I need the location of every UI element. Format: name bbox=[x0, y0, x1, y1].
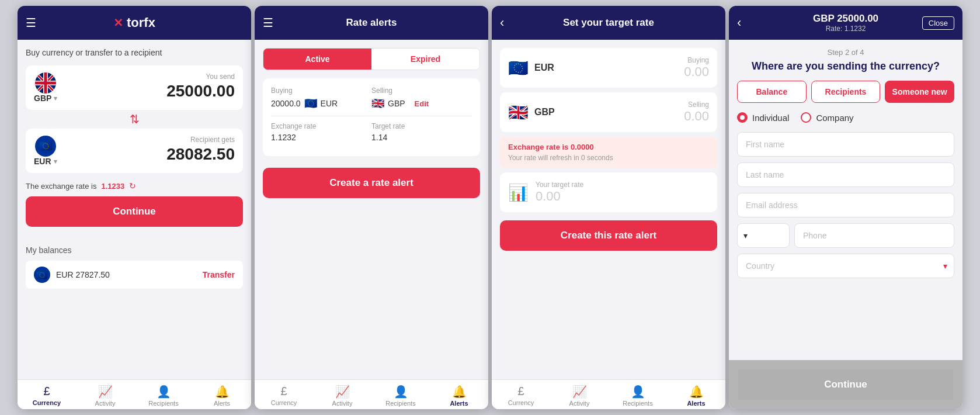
error-box: Exchange rate is 0.0000 Your rate will r… bbox=[500, 137, 717, 168]
menu-icon[interactable]: ☰ bbox=[26, 16, 36, 30]
gbp-code[interactable]: GBP ▾ bbox=[34, 94, 57, 103]
buying-val: 20000.0 🇪🇺 EUR bbox=[271, 97, 371, 110]
selling-cs-label: Selling bbox=[684, 101, 709, 109]
chart-icon: 📊 bbox=[508, 183, 529, 202]
back-button-3[interactable]: ‹ bbox=[500, 15, 504, 30]
screen3-content: 🇪🇺 EUR Buying 0.00 🇬🇧 GBP Selling 0.00 bbox=[492, 40, 725, 379]
nav-activity-2[interactable]: 📈 Activity bbox=[313, 385, 371, 407]
tab-balance[interactable]: Balance bbox=[737, 81, 807, 103]
recipients-icon-2: 👤 bbox=[394, 385, 408, 399]
close-button[interactable]: Close bbox=[922, 16, 954, 30]
radio-individual[interactable]: Individual bbox=[737, 112, 789, 123]
eur-flag: 🇪🇺 bbox=[35, 136, 56, 157]
create-alert-wrapper: Create a rate alert bbox=[255, 156, 488, 220]
currency-icon-1: £ bbox=[43, 385, 50, 398]
nav-currency-3[interactable]: £ Currency bbox=[492, 385, 550, 407]
continue-button[interactable]: Continue bbox=[26, 196, 243, 227]
alert-row-2: Exchange rate 1.1232 Target rate 1.14 bbox=[271, 122, 472, 142]
rate-value: 1.1233 bbox=[101, 182, 124, 191]
header-3: ‹ Set your target rate bbox=[492, 6, 725, 40]
last-name-input[interactable] bbox=[737, 162, 954, 187]
step-question: Where are you sending the currency? bbox=[737, 60, 954, 72]
nav-alerts-1[interactable]: 🔔 Alerts bbox=[193, 385, 251, 407]
eur-code[interactable]: EUR ▾ bbox=[34, 157, 57, 166]
back-button-4[interactable]: ‹ bbox=[737, 15, 741, 30]
nav-activity-1[interactable]: 📈 Activity bbox=[76, 385, 134, 407]
country-select[interactable]: Country bbox=[737, 254, 954, 278]
transfer-link[interactable]: Transfer bbox=[203, 270, 235, 279]
selling-col: Selling 🇬🇧 GBP Edit bbox=[371, 87, 472, 110]
screen-1: ☰ ✕ torfx Buy currency or transfer to a … bbox=[18, 6, 251, 409]
nav-recipients-1[interactable]: 👤 Recipients bbox=[134, 385, 193, 407]
balance-amount: EUR 27827.50 bbox=[56, 270, 110, 279]
nav-currency-2[interactable]: £ Currency bbox=[255, 385, 313, 407]
swap-icon[interactable]: ⇅ bbox=[26, 112, 243, 126]
s3-body: 🇪🇺 EUR Buying 0.00 🇬🇧 GBP Selling 0.00 bbox=[492, 40, 725, 269]
header-sub-4: Rate: 1.1232 bbox=[826, 25, 866, 33]
email-input[interactable] bbox=[737, 193, 954, 217]
bottom-nav-3: £ Currency 📈 Activity 👤 Recipients 🔔 Ale… bbox=[492, 379, 725, 409]
nav-activity-3[interactable]: 📈 Activity bbox=[550, 385, 609, 407]
activity-icon-2: 📈 bbox=[335, 385, 350, 399]
error-text: Exchange rate is 0.0000 bbox=[508, 143, 709, 151]
receive-amount: 28082.50 bbox=[166, 145, 235, 164]
balance-row: 🇪🇺 EUR 27827.50 Transfer bbox=[26, 261, 243, 289]
gbp-cs-code: GBP bbox=[534, 107, 678, 117]
s4-continue-button[interactable]: Continue bbox=[738, 369, 953, 400]
activity-icon-3: 📈 bbox=[572, 385, 587, 399]
target-rate-val: 1.14 bbox=[371, 133, 472, 142]
subtitle: Buy currency or transfer to a recipient bbox=[26, 48, 243, 57]
country-chevron-icon: ▾ bbox=[943, 261, 947, 271]
header-title-3: Set your target rate bbox=[563, 17, 654, 29]
refresh-icon[interactable]: ↻ bbox=[129, 181, 136, 191]
target-rate-label-3: Your target rate bbox=[536, 181, 583, 189]
screen-2: ☰ Rate alerts Active Expired Buying 2000… bbox=[255, 6, 488, 409]
recipients-icon-3: 👤 bbox=[631, 385, 645, 399]
radio-company-dot bbox=[801, 112, 811, 123]
screen-4: ‹ GBP 25000.00 Rate: 1.1232 Close Step 2… bbox=[729, 6, 962, 409]
menu-icon-2[interactable]: ☰ bbox=[263, 16, 273, 30]
alerts-icon-1: 🔔 bbox=[215, 385, 230, 399]
tab-expired[interactable]: Expired bbox=[371, 49, 479, 70]
country-select-wrap: Country ▾ bbox=[737, 254, 954, 278]
tab-active[interactable]: Active bbox=[263, 49, 371, 70]
first-name-input[interactable] bbox=[737, 132, 954, 157]
target-rate-box: 📊 Your target rate 0.00 bbox=[500, 172, 717, 212]
exchange-rate-label: Exchange rate bbox=[271, 122, 371, 130]
edit-link[interactable]: Edit bbox=[415, 99, 429, 108]
gbp-chevron: ▾ bbox=[54, 95, 57, 102]
tabs-row: Active Expired bbox=[263, 48, 480, 70]
logo: ✕ torfx bbox=[113, 15, 155, 30]
header-1: ☰ ✕ torfx bbox=[18, 6, 251, 40]
balance-left: 🇪🇺 EUR 27827.50 bbox=[34, 267, 110, 283]
phone-row: ▾ bbox=[737, 223, 954, 248]
header-multi: GBP 25000.00 Rate: 1.1232 bbox=[813, 13, 878, 33]
exchange-rate-col: Exchange rate 1.1232 bbox=[271, 122, 371, 142]
gbp-flag bbox=[35, 72, 56, 94]
nav-recipients-3[interactable]: 👤 Recipients bbox=[609, 385, 667, 407]
create-alert-button[interactable]: Create a rate alert bbox=[263, 168, 480, 198]
eur-chevron: ▾ bbox=[54, 158, 57, 165]
tab-someone-new[interactable]: Someone new bbox=[885, 81, 954, 103]
target-rate-content: Your target rate 0.00 bbox=[536, 181, 583, 204]
gbp-row: GBP ▾ bbox=[34, 72, 57, 103]
nav-alerts-3[interactable]: 🔔 Alerts bbox=[667, 385, 725, 407]
alerts-icon-2: 🔔 bbox=[452, 385, 467, 399]
tab-recipients[interactable]: Recipients bbox=[811, 81, 881, 103]
target-rate-col: Target rate 1.14 bbox=[371, 122, 472, 142]
nav-alerts-2[interactable]: 🔔 Alerts bbox=[430, 385, 488, 407]
nav-recipients-2[interactable]: 👤 Recipients bbox=[371, 385, 430, 407]
phone-country-select[interactable]: ▾ bbox=[737, 223, 790, 248]
balances-title: My balances bbox=[26, 245, 243, 255]
balances-section: My balances 🇪🇺 EUR 27827.50 Transfer bbox=[18, 245, 251, 297]
bottom-nav-2: £ Currency 📈 Activity 👤 Recipients 🔔 Ale… bbox=[255, 379, 488, 409]
radio-company[interactable]: Company bbox=[801, 112, 853, 123]
selling-label: Selling bbox=[371, 87, 472, 95]
create-rate-alert-button[interactable]: Create this rate alert bbox=[500, 220, 717, 251]
header-title-4: GBP 25000.00 bbox=[813, 13, 878, 25]
phone-input[interactable] bbox=[794, 223, 954, 248]
logo-text: torfx bbox=[127, 15, 155, 30]
selling-cs-value: 0.00 bbox=[684, 109, 709, 124]
nav-currency-1[interactable]: £ Currency bbox=[18, 385, 76, 407]
buying-cs-value: 0.00 bbox=[684, 64, 709, 79]
